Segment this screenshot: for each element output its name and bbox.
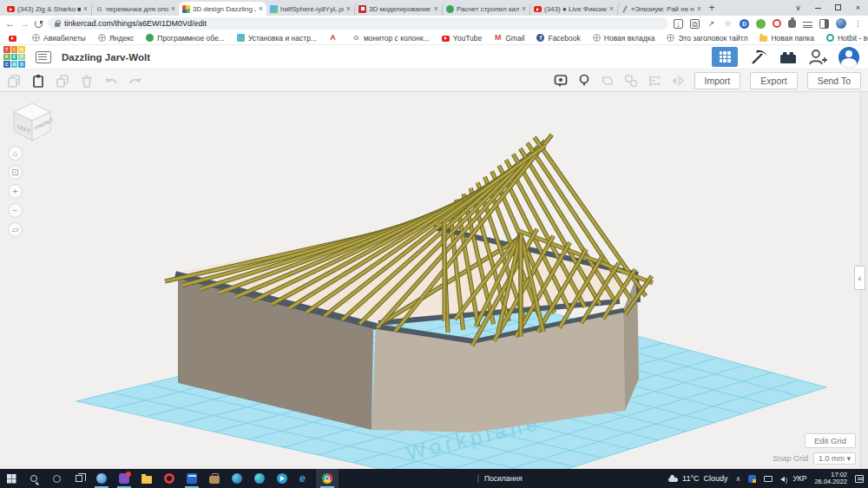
mirror-icon[interactable] <box>671 74 685 88</box>
tab-close-icon[interactable]: × <box>83 5 88 12</box>
brick-icon[interactable] <box>779 50 797 64</box>
tab-close-icon[interactable]: × <box>522 5 526 12</box>
home-view-button[interactable]: ⌂ <box>8 146 23 161</box>
view-cube[interactable]: LEFT FRONT <box>9 99 56 146</box>
menu-dots-icon[interactable]: ⋮ <box>853 19 863 29</box>
new-tab-button[interactable]: + <box>705 2 719 16</box>
design-properties-icon[interactable] <box>36 51 51 63</box>
bookmark-item[interactable]: Это заголовок тайтл <box>667 34 747 43</box>
taskbar-app-edge[interactable] <box>248 469 271 488</box>
weather-widget[interactable]: 11°C Cloudy <box>668 474 727 483</box>
extension-blue-icon[interactable]: D <box>740 19 749 29</box>
ungroup-icon[interactable] <box>624 74 638 88</box>
maximize-button[interactable] <box>828 3 848 12</box>
bookmark-item[interactable]: Программное обе... <box>146 34 225 43</box>
taskbar-app-telegram[interactable] <box>271 469 293 488</box>
bookmark-hotbit[interactable]: Hotbit - ведущая в... <box>826 34 868 43</box>
bookmark-item[interactable]: Яндекс <box>98 34 135 43</box>
taskbar-app-opera[interactable] <box>158 469 181 488</box>
perspective-toggle-button[interactable]: ▱ <box>8 222 23 237</box>
side-panel-icon[interactable] <box>819 19 829 29</box>
open-panel-button[interactable]: ‹ <box>854 266 865 290</box>
volume-icon[interactable] <box>780 477 785 482</box>
undo-icon[interactable] <box>104 74 118 88</box>
links-toolbar[interactable]: Посилання <box>477 474 523 483</box>
minecraft-pickaxe-icon[interactable] <box>749 49 768 66</box>
annotation-icon[interactable] <box>554 74 568 88</box>
edit-grid-button[interactable]: Edit Grid <box>805 433 856 448</box>
taskbar-app-browser[interactable] <box>226 469 248 488</box>
bookmark-folder[interactable]: Новая папка <box>760 34 814 43</box>
hidden-icons-chevron[interactable]: ∧ <box>736 475 741 483</box>
redo-icon[interactable] <box>128 74 142 88</box>
tab-youtube-1[interactable]: (343) Zig & Sharko ■ SH× <box>3 2 91 16</box>
tab-copy-icon[interactable]: ⧉ <box>690 19 700 29</box>
language-indicator[interactable]: УКР <box>792 474 806 483</box>
tab-tinkercad-active[interactable]: 3D design Dazzling Jarv-W× <box>179 2 266 16</box>
bookmark-red-a[interactable]: A <box>329 34 340 42</box>
extensions-puzzle-icon[interactable] <box>788 20 796 28</box>
taskbar-app-chrome[interactable] <box>316 469 339 488</box>
tab-close-icon[interactable]: × <box>434 5 438 12</box>
taskbar-app-messenger[interactable] <box>113 469 135 488</box>
taskbar-app-explorer[interactable] <box>135 469 158 488</box>
tinkercad-logo[interactable]: TINKERCAD <box>3 46 25 68</box>
tab-close-icon[interactable]: × <box>609 5 614 12</box>
clock[interactable]: 17:02 26.04.2022 <box>814 472 847 486</box>
tab-close-icon[interactable]: × <box>259 5 263 12</box>
tab-close-icon[interactable]: × <box>171 5 175 12</box>
close-button[interactable]: × <box>848 3 868 12</box>
tray-app-icon[interactable] <box>748 475 756 483</box>
taskbar-app-skype[interactable] <box>90 469 113 488</box>
taskbar-search-button[interactable] <box>23 469 45 488</box>
minimize-button[interactable] <box>808 3 828 12</box>
bookmark-item[interactable]: Установка и настр... <box>237 34 317 43</box>
share-icon[interactable]: ↗ <box>707 19 716 29</box>
tab-search[interactable]: Gперемычка для опоры б× <box>91 2 179 16</box>
cortana-button[interactable] <box>45 469 68 488</box>
zoom-out-button[interactable]: − <box>8 203 23 218</box>
extension-opera-icon[interactable] <box>773 19 781 28</box>
tab-youtube-2[interactable]: (343) ● Live Фиксики - в× <box>529 2 617 16</box>
bookmark-youtube-icononly[interactable] <box>9 35 20 42</box>
tab-3d-modeling[interactable]: 3D моделирование онлайн× <box>354 2 442 16</box>
send-to-button[interactable]: Send To <box>807 72 861 89</box>
start-button[interactable] <box>0 469 23 488</box>
import-button[interactable]: Import <box>694 72 741 89</box>
bookmark-star-icon[interactable]: ☆ <box>723 19 733 29</box>
invite-person-icon[interactable] <box>808 49 827 66</box>
url-bar[interactable]: tinkercad.com/things/a6EWI1DM0Vd/edit <box>48 17 668 30</box>
tab-image[interactable]: halfSphere-iy8YyL.png (10× <box>266 2 354 16</box>
display-tray-icon[interactable] <box>764 476 773 482</box>
bookmark-youtube[interactable]: YouTube <box>442 34 482 43</box>
3d-scene-canvas[interactable]: Workplane <box>0 92 868 469</box>
copy-icon[interactable] <box>7 74 21 88</box>
taskbar-app-calculator[interactable] <box>181 469 203 488</box>
forward-icon[interactable]: → <box>20 17 30 30</box>
tab-calculator[interactable]: Расчет стропил калькул× <box>442 2 529 16</box>
bookmark-gmail[interactable]: MGmail <box>494 34 524 43</box>
tab-close-icon[interactable]: × <box>697 5 701 12</box>
bookmark-item[interactable]: Новая вкладка <box>593 34 655 43</box>
fit-view-button[interactable]: ⊡ <box>8 165 23 180</box>
tab-search-chevron-icon[interactable]: ∨ <box>788 3 808 12</box>
blocks-view-button[interactable] <box>712 47 738 67</box>
taskbar-app-briefcase[interactable] <box>203 469 226 488</box>
snap-grid-dropdown[interactable]: 1.0 mm ▾ <box>813 452 856 465</box>
send-to-device-icon[interactable]: ↓ <box>674 19 683 29</box>
reload-icon[interactable] <box>35 20 43 28</box>
duplicate-icon[interactable] <box>56 74 69 88</box>
paste-icon[interactable] <box>31 74 45 88</box>
design-title[interactable]: Dazzling Jarv-Wolt <box>62 52 150 63</box>
task-view-button[interactable] <box>68 469 90 488</box>
user-avatar[interactable] <box>838 47 859 68</box>
zoom-in-button[interactable]: + <box>8 184 23 199</box>
action-center-icon[interactable] <box>855 475 864 483</box>
profile-avatar[interactable] <box>836 18 846 29</box>
tab-close-icon[interactable]: × <box>346 5 351 12</box>
bookmark-item[interactable]: Gмонитор с колонк... <box>352 34 430 43</box>
reading-list-icon[interactable] <box>803 22 812 28</box>
extension-green-icon[interactable] <box>756 19 766 29</box>
workplane-light-icon[interactable] <box>577 74 591 88</box>
back-icon[interactable]: ← <box>5 17 15 30</box>
